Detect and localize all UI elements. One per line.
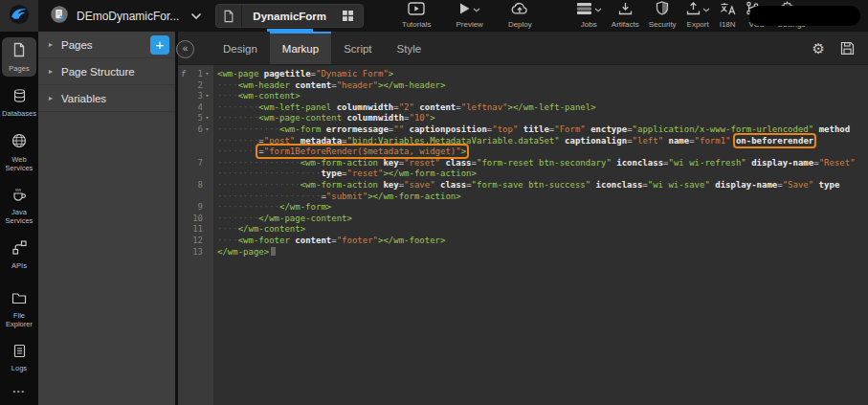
sidebar-item-pages[interactable]: Pages: [2, 37, 36, 77]
chevron-right-icon[interactable]: ▸: [49, 94, 53, 102]
indent-whitespace: ····: [217, 224, 238, 234]
chevron-down-icon[interactable]: [594, 8, 602, 12]
user-area-pill[interactable]: [749, 6, 860, 26]
code-token: "form1": [695, 136, 731, 146]
tab-script[interactable]: Script: [331, 32, 384, 64]
toolbar-item-i18n[interactable]: I18N: [720, 3, 736, 29]
panel-section-label: Pages: [61, 39, 93, 51]
code-line-row[interactable]: ········="post" metadata="bind:Variables…: [217, 136, 868, 147]
code-token: "post": [264, 136, 296, 146]
fold-marker[interactable]: ▾: [203, 113, 211, 124]
markup-code[interactable]: <wm-page pagetitle="Dynamic Form">····<w…: [213, 65, 868, 405]
code-token: </wm-page-content>: [258, 214, 352, 223]
gutter-row: 3▾: [178, 91, 213, 102]
toolbar-item-tutorials[interactable]: Tutorials: [402, 3, 431, 29]
sidebar-item-apis[interactable]: APIs: [2, 236, 36, 274]
toolbar-item-deploy[interactable]: Deploy: [508, 3, 532, 29]
fold-marker[interactable]: ▾: [203, 69, 211, 80]
code-token: <wm-footer: [238, 236, 290, 245]
editor-settings-gear-icon[interactable]: ⚙: [812, 41, 825, 56]
save-icon[interactable]: [840, 41, 855, 56]
code-line-row[interactable]: ········</wm-page-content>: [217, 214, 868, 225]
sidebar-item-logs[interactable]: Logs: [2, 339, 36, 377]
tab-markup[interactable]: Markup: [270, 32, 331, 64]
code-line-row[interactable]: ····<wm-content>: [217, 91, 868, 102]
code-line-row[interactable]: ················<wm-form-action key="res…: [217, 158, 868, 169]
indent-whitespace: ········: [217, 136, 258, 146]
code-token: ></wm-left-panel>: [508, 102, 596, 112]
add-page-button[interactable]: +: [150, 35, 169, 55]
toolbar-item-export[interactable]: Export: [686, 3, 710, 29]
toolbar-item-artifacts[interactable]: Artifacts: [612, 3, 639, 29]
code-token: ></wm-form-action>: [383, 169, 477, 178]
shield-icon: [656, 1, 669, 19]
chevron-right-icon[interactable]: ▸: [49, 67, 53, 76]
text-cursor: [271, 247, 276, 256]
chevron-down-icon[interactable]: [473, 8, 480, 12]
code-line-row[interactable]: ········="form1BeforeRender($metadata, w…: [217, 146, 868, 158]
code-editor[interactable]: f1▾23▾45▾6▾78910111213 <wm-page pagetitl…: [178, 65, 868, 405]
more-options-button[interactable]: •••: [13, 387, 26, 395]
page-tab-dynamicform[interactable]: DynamicForm: [215, 4, 364, 28]
code-token: >: [389, 69, 393, 79]
code-line-row[interactable]: ················<wm-form-action key="sav…: [217, 180, 868, 191]
chevron-down-icon[interactable]: [190, 12, 202, 20]
tab-design[interactable]: Design: [211, 32, 270, 64]
indent-whitespace: ············: [217, 124, 279, 134]
toolbar-item-security[interactable]: Security: [649, 3, 677, 29]
editor-tab-bar: « DesignMarkupScriptStyle ⚙: [178, 32, 868, 65]
gutter-row: [178, 136, 213, 147]
line-number: 12: [189, 236, 203, 247]
chevron-right-icon[interactable]: ▸: [49, 40, 53, 49]
gutter-row: 5▾: [178, 113, 213, 124]
fold-marker[interactable]: ▾: [203, 124, 211, 136]
code-line-row[interactable]: ········<wm-page-content columnwidth="10…: [217, 113, 868, 124]
line-number: 2: [189, 80, 203, 92]
code-line-row[interactable]: ····</wm-content>: [217, 224, 868, 236]
code-line-row[interactable]: ············<wm-form errormessage="" cap…: [217, 124, 868, 136]
sidebar-item-file-explorer[interactable]: File Explorer: [2, 286, 36, 332]
code-token: ></wm-footer>: [378, 236, 445, 245]
wavemaker-studio-window: DEmoDynamicFor... DynamicForm TutorialsP…: [0, 0, 868, 405]
page-tab-title: DynamicForm: [242, 11, 340, 22]
panel-section-variables[interactable]: ▸Variables: [38, 85, 175, 112]
tab-style[interactable]: Style: [385, 32, 434, 64]
code-line-row[interactable]: ····················="submit"></wm-form-…: [217, 191, 868, 203]
sidebar-item-databases[interactable]: Databases: [2, 83, 36, 123]
toolbar-item-preview[interactable]: Preview: [456, 3, 482, 29]
toolbar-item-jobs[interactable]: Jobs: [576, 3, 602, 29]
gutter-row: 2: [178, 80, 213, 92]
line-number: 10: [189, 214, 203, 225]
code-token: >: [461, 146, 466, 156]
highlight-box: ="form1BeforeRender($metadata, widget)">: [258, 146, 466, 156]
code-line-row[interactable]: ········<wm-left-panel columnwidth="2" c…: [217, 102, 868, 114]
panel-section-page-structure[interactable]: ▸Page Structure: [38, 58, 175, 85]
sidebar-item-label: Logs: [11, 364, 27, 372]
code-line-row[interactable]: ····················type="reset"></wm-fo…: [217, 169, 868, 180]
stack-icon: [576, 2, 592, 19]
fold-marker: [203, 236, 211, 247]
fold-marker[interactable]: ▾: [203, 91, 211, 102]
sidebar-item-web-services[interactable]: Web Services: [2, 128, 36, 176]
wavemaker-logo-tile[interactable]: [0, 0, 38, 32]
code-line-row[interactable]: </wm-page>: [217, 247, 868, 259]
code-token: "10": [410, 113, 431, 123]
code-line-row[interactable]: ····<wm-footer content="footer"></wm-foo…: [217, 236, 868, 247]
code-token: errormessage: [321, 124, 388, 134]
gutter-row: 8: [178, 180, 213, 191]
grid-icon[interactable]: [340, 10, 363, 22]
project-selector[interactable]: DEmoDynamicFor...: [50, 5, 202, 27]
collapse-panel-button[interactable]: «: [176, 40, 194, 58]
code-token: "2": [399, 102, 414, 112]
indent-whitespace: ············: [217, 202, 279, 212]
code-line-row[interactable]: ····<wm-header content="header"></wm-hea…: [217, 80, 868, 92]
sidebar-item-java-services[interactable]: Java Services: [2, 183, 36, 230]
panel-section-pages[interactable]: ▸Pages+: [38, 32, 175, 58]
gutter-f-marker: f: [181, 69, 186, 80]
panel-section-label: Page Structure: [61, 66, 135, 78]
log-icon: [13, 344, 26, 362]
indent-whitespace: ················: [217, 180, 300, 190]
code-line-row[interactable]: <wm-page pagetitle="Dynamic Form">: [217, 69, 868, 80]
code-line-row[interactable]: ············</wm-form>: [217, 202, 868, 214]
chevron-down-icon[interactable]: [702, 8, 710, 12]
